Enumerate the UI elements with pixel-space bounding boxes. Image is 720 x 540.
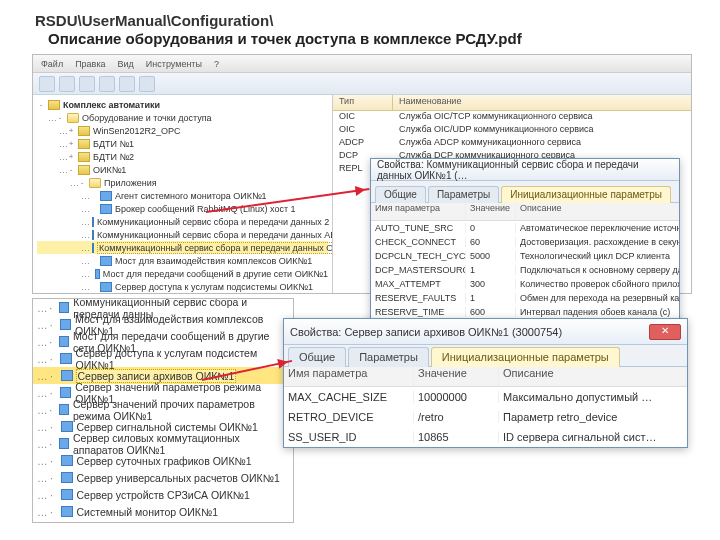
param-row[interactable]: RETRO_DEVICE/retroПараметр retro_device xyxy=(284,407,687,427)
tabstrip[interactable]: Общие Параметры Инициализационные параме… xyxy=(284,345,687,367)
dialog-title: Свойства: Коммуникационный сервис сбора … xyxy=(377,159,673,181)
tree-panel[interactable]: -Комплекс автоматики…-Оборудование и точ… xyxy=(33,95,333,293)
col-param-value: Значение xyxy=(414,367,499,386)
tree-item[interactable]: …Коммуникационный сервис сбора и передач… xyxy=(37,228,328,241)
dialog-caption[interactable]: Свойства: Коммуникационный сервис сбора … xyxy=(371,159,679,181)
param-row[interactable]: SS_USER_ID10865ID сервера сигнальной сис… xyxy=(284,427,687,447)
menu-view[interactable]: Вид xyxy=(118,59,134,69)
tree-item[interactable]: …-Приложения xyxy=(37,176,328,189)
tree-item[interactable]: …+БДТИ №1 xyxy=(37,137,328,150)
breadcrumb: RSDU\UserManual\Configuration\ xyxy=(35,12,273,29)
tab-params[interactable]: Параметры xyxy=(348,347,429,367)
tree-item[interactable]: …·Сервер устройств СРЗиСА ОИК№1 xyxy=(33,486,293,503)
param-row[interactable]: RESERVE_FAULTS1Обмен для перехода на рез… xyxy=(371,291,679,305)
toolbar-btn[interactable] xyxy=(99,76,115,92)
param-row[interactable]: RESERVE_TIME600Интервал падения обоев ка… xyxy=(371,305,679,319)
tree-item[interactable]: …·Сервер силовых коммутационных аппарато… xyxy=(33,435,293,452)
col-param-desc: Описание xyxy=(516,203,679,220)
tree-item[interactable]: …Коммуникационный сервис сбора и передач… xyxy=(37,215,328,228)
col-param-name: Имя параметра xyxy=(284,367,414,386)
tree-item[interactable]: …Мост для передачи сообщений в другие се… xyxy=(37,267,328,280)
tree-item[interactable]: …Мост для взаимодействия комплексов ОИК№… xyxy=(37,254,328,267)
dialog-title: Свойства: Сервер записи архивов ОИК№1 (3… xyxy=(290,326,562,338)
col-type[interactable]: Тип xyxy=(333,95,393,110)
menu-file[interactable]: Файл xyxy=(41,59,63,69)
menu-tools[interactable]: Инструменты xyxy=(146,59,202,69)
list-header: Тип Наименование xyxy=(333,95,691,111)
param-row[interactable]: MAX_ATTEMPT300Количество проверок сбойно… xyxy=(371,277,679,291)
col-param-desc: Описание xyxy=(499,367,687,386)
toolbar-btn[interactable] xyxy=(39,76,55,92)
toolbar-btn[interactable] xyxy=(119,76,135,92)
list-item[interactable]: OICСлужба OIC/TCP коммуникационного серв… xyxy=(333,111,691,124)
menu-help[interactable]: ? xyxy=(214,59,219,69)
list-item[interactable]: OICСлужба OIC/UDP коммуникационного серв… xyxy=(333,124,691,137)
param-grid[interactable]: Имя параметра Значение Описание MAX_CACH… xyxy=(284,367,687,447)
tree-item[interactable]: …Сервер доступа к услугам подсистемы ОИК… xyxy=(37,280,328,293)
col-param-value: Значение xyxy=(466,203,516,220)
toolbar-btn[interactable] xyxy=(79,76,95,92)
menu-bar[interactable]: Файл Правка Вид Инструменты ? xyxy=(33,55,691,73)
tree-item[interactable]: …·Сервер значений прочих параметров режи… xyxy=(33,401,293,418)
param-row[interactable]: AUTO_TUNE_SRC0Автоматическое переключени… xyxy=(371,221,679,235)
col-param-name: Имя параметра xyxy=(371,203,466,220)
close-icon[interactable]: ✕ xyxy=(649,324,681,340)
tab-params[interactable]: Параметры xyxy=(428,186,499,203)
page-title: Описание оборудования и точек доступа в … xyxy=(48,30,522,47)
tab-init-params[interactable]: Инициализационные параметры xyxy=(501,186,671,203)
list-item[interactable]: ADCPСлужба ADCP коммуникационного сервис… xyxy=(333,137,691,150)
tree-item[interactable]: …Брокер сообщений RabbitMQ (Linux) хост … xyxy=(37,202,328,215)
menu-edit[interactable]: Правка xyxy=(75,59,105,69)
tab-init-params[interactable]: Инициализационные параметры xyxy=(431,347,620,367)
param-row[interactable]: DCPCLN_TECH_CYCLE5000Технологический цик… xyxy=(371,249,679,263)
param-row[interactable]: DCP_MASTERSOURCE1Подключаться к основном… xyxy=(371,263,679,277)
tree-fragment[interactable]: …·Коммуникационный сервис сбора и переда… xyxy=(32,298,294,523)
tree-item[interactable]: …·Системный монитор ОИК№1 xyxy=(33,503,293,520)
toolbar xyxy=(33,73,691,95)
tree-item[interactable]: …·Сервер универсальных расчетов ОИК№1 xyxy=(33,469,293,486)
tree-item[interactable]: …-ОИК№1 xyxy=(37,163,328,176)
tree-item[interactable]: …+БДТИ №2 xyxy=(37,150,328,163)
tab-general[interactable]: Общие xyxy=(375,186,426,203)
tree-item[interactable]: …+WinSen2012R2_OPC xyxy=(37,124,328,137)
param-row[interactable]: CHECK_CONNECT60Достоверизация. расхожден… xyxy=(371,235,679,249)
tabstrip[interactable]: Общие Параметры Инициализационные параме… xyxy=(371,181,679,203)
tab-general[interactable]: Общие xyxy=(288,347,346,367)
properties-dialog-archive: Свойства: Сервер записи архивов ОИК№1 (3… xyxy=(283,318,688,448)
tree-item[interactable]: …Коммуникационный сервис сбора и передач… xyxy=(37,241,328,254)
tree-root[interactable]: -Комплекс автоматики xyxy=(37,98,328,111)
dialog-caption[interactable]: Свойства: Сервер записи архивов ОИК№1 (3… xyxy=(284,319,687,345)
col-name[interactable]: Наименование xyxy=(393,95,691,110)
tree-item[interactable]: …-Оборудование и точки доступа xyxy=(37,111,328,124)
toolbar-btn[interactable] xyxy=(59,76,75,92)
param-row[interactable]: MAX_CACHE_SIZE10000000Максимально допуст… xyxy=(284,387,687,407)
toolbar-btn[interactable] xyxy=(139,76,155,92)
